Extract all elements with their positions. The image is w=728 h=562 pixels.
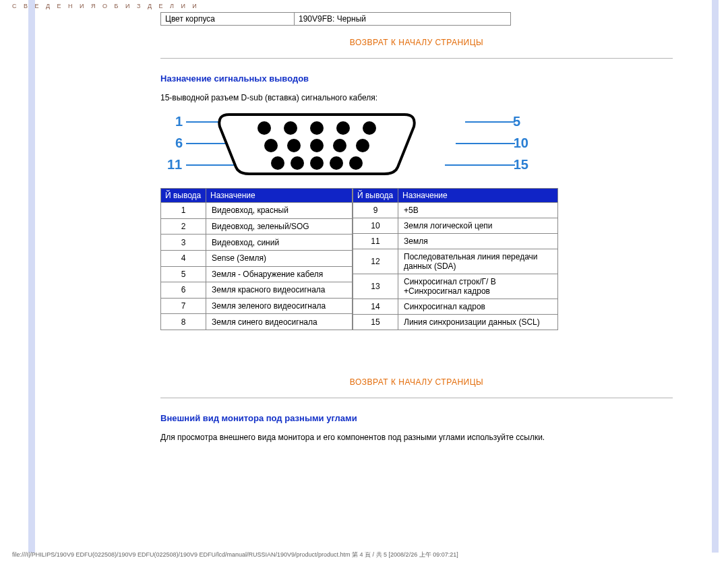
pin-desc: +5В — [398, 203, 558, 218]
svg-point-8 — [333, 139, 346, 152]
col-header-num: Й вывода — [353, 189, 398, 203]
sidebar-accent-right — [712, 0, 719, 553]
back-to-top-link[interactable]: ВОЗВРАТ К НАЧАЛУ СТРАНИЦЫ — [160, 38, 673, 47]
pin-table-right: Й вывода Назначение 9+5В10Земля логическ… — [353, 188, 558, 330]
back-to-top-link[interactable]: ВОЗВРАТ К НАЧАЛУ СТРАНИЦЫ — [160, 377, 673, 387]
pin-desc: Земля красного видеосигнала — [206, 282, 353, 299]
table-row: 10Земля логической цепи — [353, 218, 558, 234]
pin-number: 10 — [353, 218, 398, 234]
svg-point-2 — [310, 121, 324, 135]
svg-point-13 — [330, 156, 343, 170]
svg-point-4 — [363, 121, 376, 135]
table-row: 3Видеовход, синий — [161, 235, 353, 251]
pin-label-10: 10 — [514, 136, 528, 150]
svg-point-14 — [349, 156, 363, 170]
col-header-num: Й вывода — [161, 189, 206, 203]
pin-table-left: Й вывода Назначение 1Видеовход, красный2… — [160, 188, 353, 330]
table-row: 7Земля зеленого видеосигнала — [161, 298, 353, 314]
table-row: 15Линия синхронизации данных (SCL) — [353, 315, 558, 330]
dsub-connector-icon — [216, 112, 418, 177]
sidebar-accent-left — [28, 0, 35, 553]
section-heading-views: Внешний вид монитора под разными углами — [160, 413, 673, 423]
svg-point-12 — [310, 156, 324, 170]
divider — [160, 398, 673, 398]
leader-line — [456, 143, 515, 144]
table-row: Цвет корпуса 190V9FB: Черный — [161, 13, 511, 26]
pin-number: 12 — [353, 249, 398, 274]
pin-label-6: 6 — [175, 136, 183, 150]
divider — [160, 58, 673, 59]
section-views-body: Для просмотра внешнего вида монитора и е… — [160, 433, 673, 442]
pin-number: 9 — [353, 203, 398, 218]
table-row: 9+5В — [353, 203, 558, 218]
dsub-diagram: 1 5 6 10 11 15 — [182, 112, 519, 179]
pin-desc: Синхросигнал строк/Г/ В +Синхросигнал ка… — [398, 274, 558, 299]
pin-desc: Линия синхронизации данных (SCL) — [398, 315, 558, 330]
spec-cell-label: Цвет корпуса — [161, 13, 295, 26]
table-row: 13Синхросигнал строк/Г/ В +Синхросигнал … — [353, 274, 558, 299]
pin-desc: Земля - Обнаружение кабеля — [206, 266, 353, 282]
table-row: 14Синхросигнал кадров — [353, 299, 558, 315]
pin-desc: Видеовход, красный — [206, 203, 353, 219]
pin-desc: Земля — [398, 234, 558, 249]
pin-label-15: 15 — [514, 158, 528, 171]
svg-point-7 — [310, 139, 324, 152]
spec-table: Цвет корпуса 190V9FB: Черный — [160, 12, 511, 26]
pin-number: 2 — [161, 218, 206, 235]
pin-label-1: 1 — [175, 115, 183, 128]
pin-tables: Й вывода Назначение 1Видеовход, красный2… — [160, 188, 673, 330]
table-row: 5Земля - Обнаружение кабеля — [161, 266, 353, 282]
table-row: 6Земля красного видеосигнала — [161, 282, 353, 299]
pin-desc: Видеовход, синий — [206, 235, 353, 251]
svg-point-9 — [356, 139, 369, 152]
table-row: 2Видеовход, зеленый/SOG — [161, 218, 353, 235]
table-row: 12Последовательная линия передачи данных… — [353, 249, 558, 274]
pin-desc: Видеовход, зеленый/SOG — [206, 218, 353, 235]
section-heading-pins: Назначение сигнальных выводов — [160, 73, 673, 84]
col-header-desc: Назначение — [206, 189, 353, 203]
pin-number: 7 — [161, 298, 206, 314]
svg-point-0 — [257, 121, 271, 135]
pin-desc: Sense (Земля) — [206, 250, 353, 266]
table-row: 8Земля синего видеосигнала — [161, 314, 353, 330]
pin-desc: Земля синего видеосигнала — [206, 314, 353, 330]
pin-desc: Синхросигнал кадров — [398, 299, 558, 315]
leader-line — [465, 121, 515, 123]
table-row: 11Земля — [353, 234, 558, 249]
svg-point-10 — [271, 156, 284, 170]
table-row: 1Видеовход, красный — [161, 203, 353, 219]
pin-number: 4 — [161, 250, 206, 266]
pin-number: 5 — [161, 266, 206, 282]
svg-point-11 — [291, 156, 304, 170]
leader-line — [445, 164, 515, 166]
svg-point-5 — [264, 139, 278, 152]
doc-title: С В Е Д Е Н И Я О Б И З Д Е Л И И — [12, 3, 200, 9]
footer-path: file:///I|/PHILIPS/190V9 EDFU(022508)/19… — [12, 551, 458, 559]
pin-number: 8 — [161, 314, 206, 330]
pin-number: 15 — [353, 315, 398, 330]
pin-number: 13 — [353, 274, 398, 299]
spec-cell-value: 190V9FB: Черный — [295, 13, 511, 26]
pin-number: 1 — [161, 203, 206, 219]
col-header-desc: Назначение — [398, 189, 558, 203]
table-row: 4Sense (Земля) — [161, 250, 353, 266]
pin-number: 6 — [161, 282, 206, 299]
pin-desc: Земля зеленого видеосигнала — [206, 298, 353, 314]
pin-number: 11 — [353, 234, 398, 249]
pin-number: 14 — [353, 299, 398, 315]
pin-number: 3 — [161, 235, 206, 251]
svg-point-6 — [287, 139, 301, 152]
svg-point-3 — [336, 121, 350, 135]
pin-desc: Последовательная линия передачи данных (… — [398, 249, 558, 274]
pin-desc: Земля логической цепи — [398, 218, 558, 234]
dsub-intro-text: 15-выводной разъем D-sub (вставка) сигна… — [160, 93, 673, 102]
svg-point-1 — [284, 121, 297, 135]
pin-label-11: 11 — [167, 158, 182, 171]
